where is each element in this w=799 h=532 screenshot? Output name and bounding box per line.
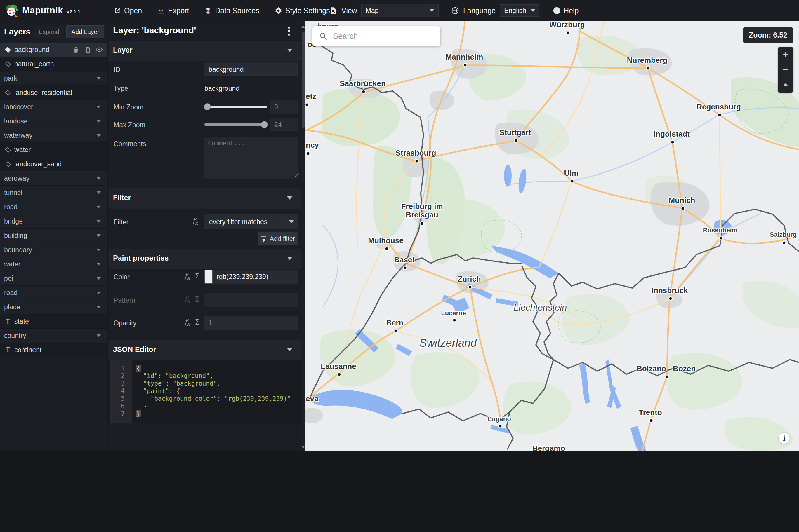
layer-list-item-road[interactable]: road: [0, 286, 107, 300]
style-settings-button[interactable]: Style Settings: [275, 6, 330, 15]
filter-match-select[interactable]: every filter matches: [204, 214, 298, 229]
chevron-down-icon[interactable]: [97, 291, 101, 294]
section-layer-title: Layer: [113, 46, 133, 54]
chevron-down-icon[interactable]: [97, 206, 101, 208]
layer-list-item-landcover[interactable]: landcover: [0, 100, 107, 114]
layer-list-item-boundary[interactable]: boundary: [0, 243, 107, 257]
eye-icon[interactable]: [95, 46, 103, 53]
chevron-down-icon[interactable]: [97, 263, 101, 266]
data-sources-button[interactable]: Data Sources: [204, 6, 259, 15]
map-label: Stuttgart: [499, 128, 531, 137]
layer-list-item-landuse_residential[interactable]: landuse_residential: [0, 86, 107, 100]
chevron-down-icon[interactable]: [97, 277, 101, 280]
add-filter-button[interactable]: Add filter: [258, 232, 298, 245]
zoom-in-button[interactable]: +: [778, 47, 793, 62]
pattern-input[interactable]: [204, 293, 298, 307]
json-editor[interactable]: 1{2 "id": "background",3 "type": "backgr…: [108, 360, 301, 423]
layer-list-item-country[interactable]: country: [0, 328, 107, 343]
zoom-out-button[interactable]: −: [778, 62, 793, 77]
layer-list-item-bridge[interactable]: bridge: [0, 214, 107, 228]
chevron-down-icon[interactable]: [97, 77, 101, 80]
min-zoom-knob[interactable]: [204, 103, 211, 110]
chevron-down-icon[interactable]: [97, 106, 101, 108]
max-zoom-input[interactable]: [270, 118, 298, 131]
layer-list-item-park[interactable]: park: [0, 71, 107, 86]
fx-icon[interactable]: ƒx: [185, 318, 190, 327]
chevron-down-icon[interactable]: [97, 120, 101, 122]
scroll-up-icon[interactable]: [301, 25, 305, 28]
json-line: 4 "paint": {: [108, 387, 301, 395]
chevron-down-icon[interactable]: [97, 177, 101, 180]
opacity-input[interactable]: [204, 316, 298, 330]
attribution-info-button[interactable]: i: [779, 433, 789, 444]
search-input[interactable]: [333, 32, 432, 41]
fx-icon[interactable]: ƒx: [185, 272, 190, 281]
chevron-down-icon[interactable]: [97, 220, 101, 223]
layers-title: Layers: [4, 27, 34, 37]
pattern-label: Pattern: [114, 297, 135, 304]
chevron-down-icon[interactable]: [97, 134, 101, 137]
json-line: 5 "background-color": "rgb(239,239,239)": [108, 395, 301, 402]
layer-label: place: [4, 303, 20, 311]
chevron-down-icon[interactable]: [97, 249, 101, 251]
expand-button[interactable]: Expand: [34, 26, 64, 38]
min-zoom-input[interactable]: [270, 100, 298, 114]
section-layer-header[interactable]: Layer: [108, 41, 301, 61]
min-zoom-slider[interactable]: [204, 106, 267, 108]
help-icon: [553, 7, 561, 15]
city-dot: [464, 64, 467, 66]
layer-list-item-waterway[interactable]: waterway: [0, 128, 107, 143]
color-input[interactable]: [212, 270, 298, 284]
open-button[interactable]: Open: [113, 6, 142, 15]
map-label: eva: [306, 394, 318, 403]
compass-button[interactable]: [778, 77, 793, 93]
layer-label: background: [14, 46, 49, 54]
layer-list-item-state[interactable]: Tstate: [0, 314, 107, 328]
layer-label: landcover: [4, 103, 33, 111]
chevron-down-icon[interactable]: [97, 306, 101, 308]
city-dot: [386, 247, 388, 250]
layer-list-item-landuse[interactable]: landuse: [0, 114, 107, 128]
layer-list-item-road[interactable]: road: [0, 200, 107, 214]
comments-textarea[interactable]: [204, 137, 298, 178]
layer-list-item-place[interactable]: place: [0, 300, 107, 314]
section-filter-header[interactable]: Filter: [108, 188, 301, 209]
help-button[interactable]: Help: [553, 6, 578, 15]
editor-scrollbar[interactable]: [301, 21, 305, 451]
chevron-down-icon[interactable]: [97, 191, 101, 194]
max-zoom-slider[interactable]: [204, 124, 267, 126]
id-input[interactable]: [204, 62, 298, 76]
layer-list-item-natural_earth[interactable]: natural_earth: [0, 57, 107, 71]
layer-list-item-poi[interactable]: poi: [0, 271, 107, 286]
layer-list-item-background[interactable]: background: [0, 43, 107, 57]
copy-icon[interactable]: [84, 46, 91, 53]
color-swatch[interactable]: [204, 270, 212, 284]
add-layer-button[interactable]: Add Layer: [66, 25, 104, 38]
sigma-icon[interactable]: Σ: [195, 272, 200, 280]
collapse-icon: [287, 257, 292, 260]
trash-icon[interactable]: [72, 46, 80, 53]
export-button[interactable]: Export: [157, 6, 189, 15]
kebab-menu-icon[interactable]: [288, 25, 290, 37]
chevron-down-icon[interactable]: [97, 335, 101, 337]
chevron-down-icon[interactable]: [97, 234, 101, 237]
section-json-header[interactable]: JSON Editor: [108, 340, 301, 360]
layer-list-item-tunnel[interactable]: tunnel: [0, 186, 107, 200]
layer-list-item-aeroway[interactable]: aeroway: [0, 171, 107, 186]
view-select[interactable]: Map: [361, 4, 439, 17]
layer-list-item-water[interactable]: water: [0, 143, 107, 157]
sigma-icon[interactable]: Σ: [195, 318, 200, 326]
language-select[interactable]: English: [500, 4, 539, 17]
scroll-down-icon[interactable]: [301, 446, 305, 449]
layer-list-item-landcover_sand[interactable]: landcover_sand: [0, 157, 107, 171]
map-viewport[interactable]: bourgWürzburgMannheimNurembergocSaarbrüc…: [305, 21, 799, 451]
scrollbar-thumb[interactable]: [302, 32, 304, 128]
fx-icon[interactable]: ƒx: [192, 217, 198, 226]
map-search[interactable]: [313, 26, 440, 46]
section-paint-header[interactable]: Paint properties: [108, 249, 301, 269]
layer-label: landcover_sand: [14, 160, 62, 168]
max-zoom-knob[interactable]: [261, 121, 268, 128]
layer-list-item-building[interactable]: building: [0, 228, 107, 243]
layer-list-item-water[interactable]: water: [0, 257, 107, 271]
layer-list-item-continent[interactable]: Tcontinent: [0, 343, 107, 357]
